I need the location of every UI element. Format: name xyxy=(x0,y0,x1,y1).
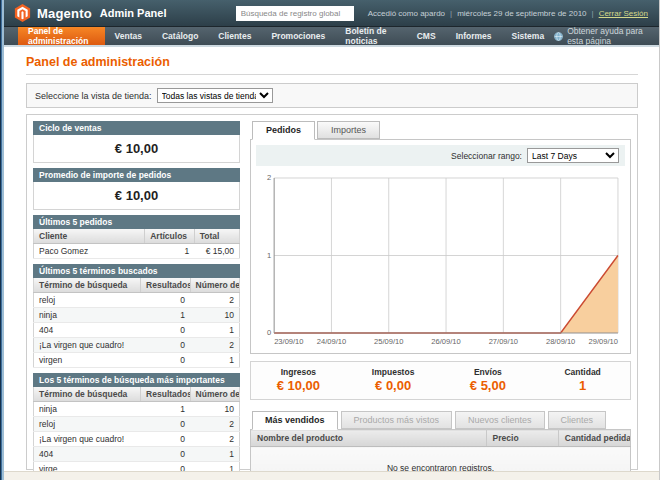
logout-link[interactable]: Cerrar Sesión xyxy=(599,9,648,18)
average-orders-value: € 10,00 xyxy=(33,182,240,210)
tab-most-viewed[interactable]: Productos más vistos xyxy=(341,411,453,429)
tab-amounts[interactable]: Importes xyxy=(317,121,380,139)
store-view-label: Seleccione la vista de tienda: xyxy=(35,91,152,101)
svg-text:28/09/10: 28/09/10 xyxy=(546,337,575,346)
get-help-label: Obtener ayuda para esta página xyxy=(567,26,646,46)
tab-bestsellers[interactable]: Más vendidos xyxy=(252,411,338,430)
nav-item-sales[interactable]: Ventas xyxy=(105,27,152,45)
last-orders-widget: Últimos 5 pedidos ClienteArtículosTotalP… xyxy=(33,215,240,259)
nav-item-dashboard[interactable]: Panel de administración xyxy=(18,27,105,45)
nav-item-system[interactable]: Sistema xyxy=(502,27,555,45)
svg-text:27/09/10: 27/09/10 xyxy=(489,337,518,346)
table-row[interactable]: ninja110 xyxy=(34,402,240,417)
average-orders-title: Promedio de importe de pedidos xyxy=(33,168,240,182)
column-header: Nombre del producto xyxy=(251,430,487,447)
tab-customers[interactable]: Clientes xyxy=(548,411,607,429)
nav-item-promotions[interactable]: Promociones xyxy=(261,27,335,45)
total-revenue: Ingresos € 10,00 xyxy=(251,367,346,393)
table-row[interactable]: reloj02 xyxy=(34,293,240,308)
orders-chart-container: 01223/09/1024/09/1025/09/1026/09/1027/09… xyxy=(256,166,625,348)
page-footer-strip xyxy=(0,471,660,480)
table-row[interactable]: 40401 xyxy=(34,323,240,338)
dashboard-container: Ciclo de ventas € 10,00 Promedio de impo… xyxy=(26,114,638,470)
range-selector-label: Seleccionar rango: xyxy=(451,151,522,161)
column-header: Precio xyxy=(486,430,558,447)
table-row[interactable]: reloj02 xyxy=(34,417,240,432)
table-row[interactable]: 40401 xyxy=(34,447,240,462)
average-orders-widget: Promedio de importe de pedidos € 10,00 xyxy=(33,168,240,210)
current-date-text: miércoles 29 de septiembre de 2010 xyxy=(457,9,586,18)
column-header: Resultados xyxy=(141,387,190,402)
column-header: Número de usos xyxy=(190,387,239,402)
page-left-edge xyxy=(0,0,4,480)
last-search-terms-table: Término de búsquedaResultadosNúmero de u… xyxy=(33,278,240,368)
dashboard-right-column: Pedidos Importes Seleccionar rango: Last… xyxy=(250,121,631,463)
last-orders-title: Últimos 5 pedidos xyxy=(33,215,240,229)
top-search-terms-widget: Los 5 términos de búsqueda más important… xyxy=(33,373,240,477)
chart-tabs: Pedidos Importes xyxy=(250,121,631,139)
svg-text:0: 0 xyxy=(267,329,271,338)
nav-item-cms[interactable]: CMS xyxy=(407,27,446,45)
column-header: Total xyxy=(194,229,239,244)
svg-text:2: 2 xyxy=(267,174,271,183)
svg-text:1: 1 xyxy=(267,251,271,260)
last-search-terms-title: Últimos 5 términos buscados xyxy=(33,264,240,278)
chart-panel: Seleccionar rango: Last 7 Days 01223/09/… xyxy=(250,139,631,354)
top-search-terms-title: Los 5 términos de búsqueda más important… xyxy=(33,373,240,387)
page-title: Panel de administración xyxy=(26,55,638,69)
last-search-terms-widget: Últimos 5 términos buscados Término de b… xyxy=(33,264,240,368)
last-orders-table: ClienteArtículosTotalPaco Gomez1€ 15,00 xyxy=(33,229,240,259)
lifetime-sales-value: € 10,00 xyxy=(33,135,240,163)
store-view-switcher: Seleccione la vista de tienda: Todas las… xyxy=(26,83,638,108)
column-header: Término de búsqueda xyxy=(34,387,141,402)
help-icon xyxy=(554,32,563,41)
title-divider xyxy=(26,74,638,75)
logo-suffix-text: Admin Panel xyxy=(100,7,167,19)
table-row[interactable]: ¡La virgen que cuadro!02 xyxy=(34,338,240,353)
logo-brand-text: Magento xyxy=(37,6,92,21)
magento-logo-icon xyxy=(14,4,31,22)
get-help-link[interactable]: Obtener ayuda para esta página xyxy=(554,27,660,45)
svg-text:23/09/10: 23/09/10 xyxy=(274,337,303,346)
header-bar: Magento Admin Panel Accedió como apardo … xyxy=(0,0,660,27)
totals-bar: Ingresos € 10,00 Impuestos € 0,00 Envíos… xyxy=(250,361,631,400)
svg-text:25/09/10: 25/09/10 xyxy=(374,337,403,346)
svg-text:29/09/10: 29/09/10 xyxy=(589,337,618,346)
column-header: Número de usos xyxy=(190,278,239,293)
svg-text:26/09/10: 26/09/10 xyxy=(431,337,460,346)
column-header: Cantidad pedida xyxy=(558,430,630,447)
dashboard-left-column: Ciclo de ventas € 10,00 Promedio de impo… xyxy=(33,121,240,463)
total-tax: Impuestos € 0,00 xyxy=(346,367,441,393)
range-selector-bar: Seleccionar rango: Last 7 Days xyxy=(256,145,625,166)
nav-item-customers[interactable]: Clientes xyxy=(208,27,261,45)
orders-chart: 01223/09/1024/09/1025/09/1026/09/1027/09… xyxy=(256,170,625,348)
logged-in-as-text: Accedió como apardo xyxy=(368,9,445,18)
column-header: Término de búsqueda xyxy=(34,278,141,293)
lifetime-sales-title: Ciclo de ventas xyxy=(33,121,240,135)
nav-item-newsletter[interactable]: Boletín de noticias xyxy=(335,27,406,45)
grid-tabs: Más vendidos Productos más vistos Nuevos… xyxy=(250,411,631,429)
nav-item-reports[interactable]: Informes xyxy=(446,27,502,45)
table-row[interactable]: ¡La virgen que cuadro!02 xyxy=(34,432,240,447)
tab-orders[interactable]: Pedidos xyxy=(252,121,315,140)
table-row[interactable]: ninja110 xyxy=(34,308,240,323)
column-header: Cliente xyxy=(34,229,145,244)
svg-text:24/09/10: 24/09/10 xyxy=(317,337,346,346)
top-search-terms-table: Término de búsquedaResultadosNúmero de u… xyxy=(33,387,240,477)
global-search-input[interactable] xyxy=(236,6,354,21)
total-quantity: Cantidad 1 xyxy=(535,367,630,393)
nav-item-catalog[interactable]: Catálogo xyxy=(152,27,208,45)
tab-new-customers[interactable]: Nuevos clientes xyxy=(455,411,545,429)
store-view-select[interactable]: Todas las vistas de tienda xyxy=(157,88,273,103)
total-shipping: Envíos € 5,00 xyxy=(441,367,536,393)
main-nav: Panel de administración Ventas Catálogo … xyxy=(0,27,660,47)
table-row[interactable]: virgen01 xyxy=(34,353,240,368)
lifetime-sales-widget: Ciclo de ventas € 10,00 xyxy=(33,121,240,163)
column-header: Resultados xyxy=(141,278,190,293)
table-row[interactable]: Paco Gomez1€ 15,00 xyxy=(34,244,240,259)
column-header: Artículos xyxy=(145,229,194,244)
range-select[interactable]: Last 7 Days xyxy=(527,148,619,163)
magento-logo: Magento Admin Panel xyxy=(14,4,166,22)
